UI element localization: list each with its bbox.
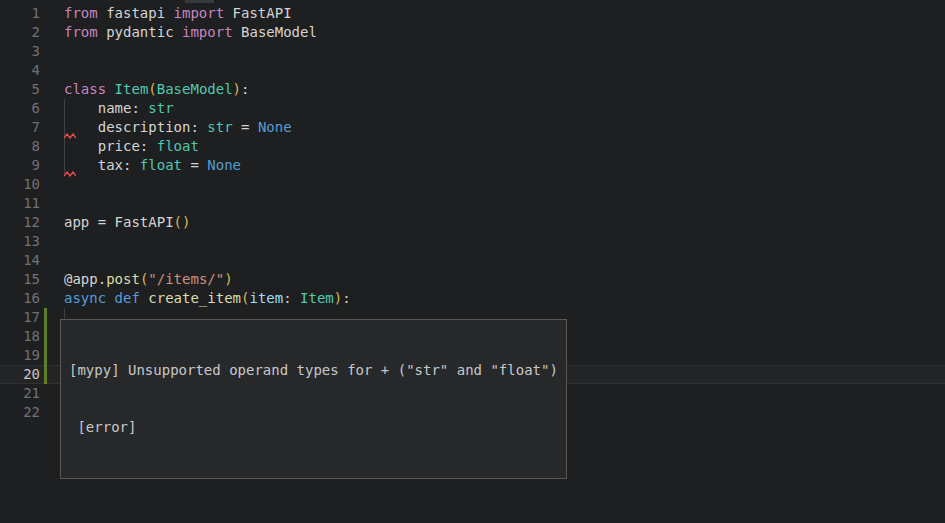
- code-line[interactable]: 3: [0, 42, 945, 61]
- line-number[interactable]: 13: [0, 232, 40, 251]
- code-text: @app.post("/items/"): [40, 270, 233, 289]
- code-line[interactable]: 10: [0, 175, 945, 194]
- line-number[interactable]: 11: [0, 194, 40, 213]
- code-line[interactable]: 6 name: str: [0, 99, 945, 118]
- error-squiggle-icon: [64, 133, 76, 139]
- code-line[interactable]: 16async def create_item(item: Item):: [0, 289, 945, 308]
- line-number[interactable]: 15: [0, 270, 40, 289]
- line-number[interactable]: 2: [0, 23, 40, 42]
- line-number[interactable]: 22: [0, 403, 40, 422]
- code-line[interactable]: 4: [0, 61, 945, 80]
- code-text: price: float: [40, 137, 199, 156]
- code-line[interactable]: 9 tax: float = None: [0, 156, 945, 175]
- tooltip-severity: [error]: [69, 418, 558, 437]
- code-line[interactable]: 11: [0, 194, 945, 213]
- line-number[interactable]: 1: [0, 4, 40, 23]
- code-text: from pydantic import BaseModel: [40, 23, 317, 42]
- code-line[interactable]: 1from fastapi import FastAPI: [0, 4, 945, 23]
- code-text: [40, 175, 64, 194]
- code-text: description: str = None: [40, 118, 292, 137]
- line-number[interactable]: 10: [0, 175, 40, 194]
- code-editor: 1from fastapi import FastAPI2from pydant…: [0, 0, 945, 523]
- line-number[interactable]: 3: [0, 42, 40, 61]
- line-number[interactable]: 12: [0, 213, 40, 232]
- line-number[interactable]: 17: [0, 308, 40, 327]
- line-number[interactable]: 18: [0, 327, 40, 346]
- code-text: async def create_item(item: Item):: [40, 289, 351, 308]
- git-added-indicator: [44, 308, 47, 384]
- code-text: from fastapi import FastAPI: [40, 4, 292, 23]
- line-number[interactable]: 6: [0, 99, 40, 118]
- code-line[interactable]: 15@app.post("/items/"): [0, 270, 945, 289]
- code-text: [40, 232, 64, 251]
- code-line[interactable]: 7 description: str = None: [0, 118, 945, 137]
- code-line[interactable]: 5class Item(BaseModel):: [0, 80, 945, 99]
- line-number[interactable]: 19: [0, 346, 40, 365]
- code-text: name: str: [40, 99, 174, 118]
- line-number[interactable]: 14: [0, 251, 40, 270]
- error-squiggle-icon: [64, 171, 76, 177]
- tooltip-message: [mypy] Unsupported operand types for + (…: [69, 361, 558, 380]
- mypy-error-tooltip: [mypy] Unsupported operand types for + (…: [60, 319, 567, 479]
- line-number[interactable]: 5: [0, 80, 40, 99]
- code-text: [40, 42, 64, 61]
- line-number[interactable]: 8: [0, 137, 40, 156]
- code-text: [40, 61, 64, 80]
- code-text: [40, 194, 64, 213]
- code-line[interactable]: 8 price: float: [0, 137, 945, 156]
- top-edge-fragment: [185, 0, 214, 3]
- code-text: class Item(BaseModel):: [40, 80, 249, 99]
- line-number[interactable]: 21: [0, 384, 40, 403]
- code-line[interactable]: 2from pydantic import BaseModel: [0, 23, 945, 42]
- line-number[interactable]: 16: [0, 289, 40, 308]
- code-text: [40, 251, 64, 270]
- line-number[interactable]: 4: [0, 61, 40, 80]
- code-line[interactable]: 12app = FastAPI(): [0, 213, 945, 232]
- line-number[interactable]: 9: [0, 156, 40, 175]
- code-line[interactable]: 14: [0, 251, 945, 270]
- line-number[interactable]: 7: [0, 118, 40, 137]
- line-number[interactable]: 20: [0, 365, 40, 384]
- code-text: app = FastAPI(): [40, 213, 190, 232]
- code-line[interactable]: 13: [0, 232, 945, 251]
